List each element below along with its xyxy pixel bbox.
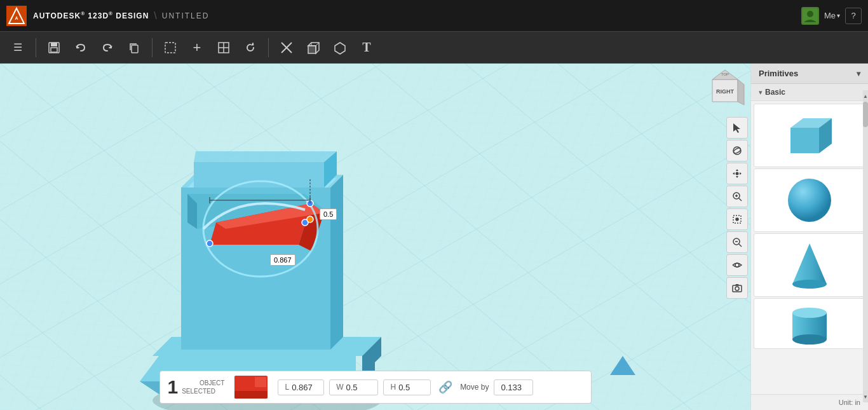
status-bar: 1 OBJECTSELECTED L 0.867 W 0.5 H 0.5: [159, 371, 592, 404]
svg-rect-6: [51, 43, 57, 46]
move-by-label: Move by: [460, 383, 489, 392]
scroll-up-button[interactable]: ▲: [863, 90, 868, 102]
length-value: 0.867: [292, 383, 317, 392]
copy-button[interactable]: [123, 36, 146, 59]
menu-button[interactable]: ☰: [6, 36, 29, 59]
svg-marker-36: [194, 162, 324, 188]
svg-point-46: [307, 216, 313, 222]
selected-object-count: 1 OBJECTSELECTED: [168, 371, 225, 404]
svg-text:RIGHT: RIGHT: [716, 88, 735, 95]
svg-point-4: [807, 11, 813, 17]
viewcube-area[interactable]: RIGHT TOP: [700, 64, 750, 114]
zoom-tool[interactable]: [726, 186, 748, 207]
svg-marker-31: [330, 175, 343, 350]
panel-dropdown-label: Primitives: [759, 69, 798, 78]
unit-label: Unit: in: [751, 394, 868, 410]
scene-3d: [0, 64, 750, 410]
primitive-cylinder[interactable]: [754, 298, 865, 349]
svg-rect-7: [51, 48, 57, 52]
svg-point-45: [207, 240, 213, 247]
height-label: H: [390, 383, 396, 392]
svg-marker-57: [733, 123, 740, 133]
redo-button[interactable]: [96, 36, 119, 59]
scroll-down-button[interactable]: ▼: [863, 391, 868, 402]
svg-point-77: [788, 179, 831, 222]
svg-line-62: [739, 198, 742, 201]
svg-marker-74: [790, 128, 819, 153]
scrollbar-track[interactable]: ▲ ▼: [863, 102, 868, 391]
viewport[interactable]: 0.5 0.867 RIGHT TOP: [0, 64, 750, 410]
extrude-button[interactable]: [302, 36, 325, 59]
select-tool[interactable]: [726, 117, 748, 139]
primitive-cone[interactable]: [754, 233, 865, 297]
scrollbar-thumb[interactable]: [863, 102, 868, 127]
svg-rect-8: [132, 45, 138, 53]
basic-label: Basic: [765, 88, 785, 97]
snap-button[interactable]: [212, 36, 235, 59]
length-field[interactable]: L 0.867: [278, 379, 324, 395]
primitives-dropdown[interactable]: Primitives ▾: [751, 64, 868, 84]
document-title: UNTITLED: [162, 11, 210, 20]
primitives-list: [751, 101, 868, 394]
height-value: 0.5: [398, 383, 424, 392]
svg-marker-34: [194, 151, 337, 162]
camera-tool[interactable]: [726, 277, 748, 299]
header: A AUTODESK® 123D® DESIGN \ UNTITLED Me ▾…: [0, 0, 868, 32]
title-separator: \: [154, 10, 156, 22]
svg-point-81: [792, 308, 827, 318]
help-button[interactable]: ?: [845, 8, 862, 24]
move-by-field[interactable]: 0.133: [494, 379, 533, 395]
svg-marker-19: [335, 43, 345, 54]
zoom-in-tool[interactable]: [726, 231, 748, 253]
height-field[interactable]: H 0.5: [383, 379, 431, 395]
app-title: AUTODESK® 123D® DESIGN: [33, 11, 149, 20]
count-number: 1: [168, 376, 179, 398]
toolbar-separator-2: [152, 38, 153, 57]
toolbar: ☰ +: [0, 32, 868, 64]
svg-point-79: [792, 280, 827, 289]
selected-object-preview: [234, 376, 268, 399]
svg-text:A: A: [15, 16, 18, 20]
svg-marker-54: [738, 79, 744, 105]
basic-section-header: ▾ Basic: [751, 84, 868, 101]
primitive-box[interactable]: [754, 104, 865, 167]
move-by-value: 0.133: [501, 383, 526, 392]
me-button[interactable]: Me ▾: [824, 11, 840, 20]
add-button[interactable]: +: [186, 36, 208, 59]
svg-text:TOP: TOP: [721, 72, 729, 76]
width-value: 0.5: [346, 383, 371, 392]
width-field[interactable]: W 0.5: [329, 379, 378, 395]
svg-rect-15: [308, 46, 316, 53]
frame-button[interactable]: [159, 36, 182, 59]
length-label: L: [285, 383, 289, 392]
toolbar-separator-1: [36, 38, 36, 57]
group-button[interactable]: [329, 36, 351, 59]
link-proportions-icon[interactable]: 🔗: [436, 380, 455, 394]
refresh-button[interactable]: [239, 36, 262, 59]
dropdown-arrow-icon: ▾: [857, 69, 860, 78]
right-panel: Primitives ▾ ▾ Basic: [750, 64, 868, 410]
frame-selection-tool[interactable]: [726, 208, 748, 230]
toolbar-separator-3: [268, 38, 269, 57]
user-avatar[interactable]: [801, 7, 819, 25]
pan-tool[interactable]: [726, 163, 748, 184]
viewcube[interactable]: RIGHT TOP: [703, 67, 747, 111]
autodesk-logo: A: [6, 6, 27, 26]
svg-marker-51: [610, 356, 635, 375]
svg-rect-9: [165, 43, 175, 53]
svg-marker-73: [735, 284, 739, 285]
view-tool[interactable]: [726, 254, 748, 276]
svg-point-66: [736, 218, 738, 221]
svg-line-68: [739, 244, 742, 247]
text-button[interactable]: T: [355, 36, 378, 59]
main-area: 0.5 0.867 RIGHT TOP: [0, 64, 868, 410]
width-label: W: [336, 383, 343, 392]
primitive-sphere[interactable]: [754, 168, 865, 232]
save-button[interactable]: [43, 36, 65, 59]
orbit-tool[interactable]: [726, 140, 748, 161]
svg-point-82: [792, 334, 827, 345]
undo-button[interactable]: [69, 36, 92, 59]
svg-point-72: [735, 287, 739, 290]
transform-button[interactable]: [275, 36, 298, 59]
count-label: OBJECTSELECTED: [182, 371, 224, 404]
